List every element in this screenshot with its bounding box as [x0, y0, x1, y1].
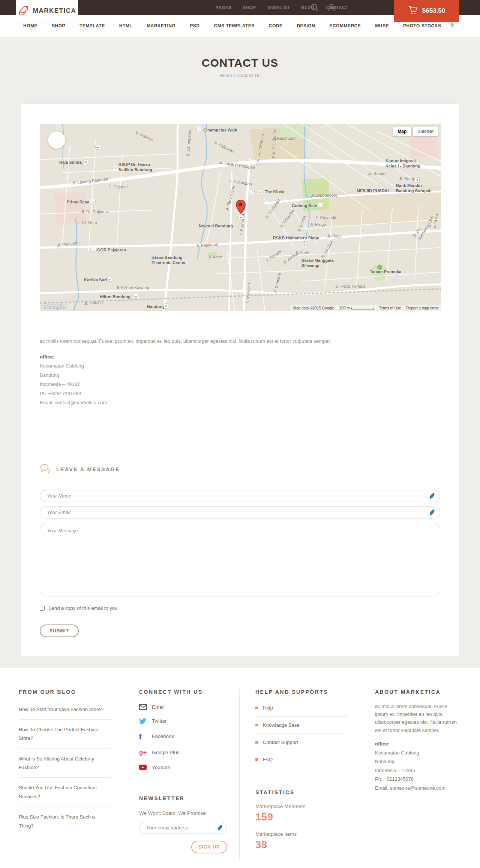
map-label: Jl. Ternate — [264, 249, 283, 264]
google-map[interactable]: Cihampelas WalkJl. HasanudinJl. MakmurJl… — [40, 124, 441, 311]
menu-item[interactable]: TEMPLATE — [80, 23, 105, 28]
connect-column-title: CONNECT WITH US — [139, 689, 228, 695]
menu-item[interactable]: HTML — [119, 23, 132, 28]
map-label: Jl. Ir. H.Djuanda — [271, 130, 278, 159]
menu-item[interactable]: CMS TEMPLATES — [214, 23, 254, 28]
pan-up-icon[interactable] — [55, 134, 58, 138]
menu-item[interactable]: MUSE — [375, 23, 389, 28]
blog-link[interactable]: How To Start Your Own Fashion Store? — [19, 699, 111, 720]
message-textarea[interactable] — [40, 523, 440, 596]
blog-link[interactable]: How To Choose The Perfect Fashion Store? — [19, 720, 111, 749]
menu-item[interactable]: DESIGN — [297, 23, 315, 28]
connect-email-link[interactable]: Email — [139, 700, 228, 714]
menu-item[interactable]: PSD — [190, 23, 200, 28]
send-copy-checkbox[interactable] — [40, 606, 45, 611]
send-copy-label: Send a copy of this email to you — [48, 605, 117, 611]
blog-link[interactable]: What is So Alluring About Celebrity Fash… — [19, 749, 111, 778]
submit-button[interactable]: SUBMIT — [40, 624, 79, 637]
blog-column-title: FROM OUR BLOG — [19, 689, 111, 695]
map-label: Istana Bandung Electronic Center — [152, 255, 186, 266]
breadcrumb-home[interactable]: Home — [219, 73, 232, 78]
map-marker[interactable] — [236, 200, 246, 215]
map-label: Bandung — [147, 304, 165, 309]
help-link[interactable]: Contact Support — [255, 734, 346, 751]
cart-button[interactable]: $653.50 — [394, 0, 459, 22]
map-label: Jl. Merdeka — [245, 283, 252, 305]
google-logo[interactable]: Google — [43, 303, 66, 310]
help-link[interactable]: FAQ — [255, 751, 346, 768]
search-icon[interactable] — [310, 3, 319, 12]
pen-icon — [429, 509, 435, 517]
statistic-label: Marketplace Members — [255, 804, 346, 809]
top-nav-link[interactable]: PAGES — [216, 5, 232, 10]
office-line: Ph. +6212345678 — [375, 775, 461, 783]
scale-bar — [351, 308, 374, 309]
connect-youtube-link[interactable]: ▶ Youtube — [139, 760, 228, 774]
map-label: The Kiosk — [265, 190, 285, 195]
breadcrumb-separator: > — [233, 73, 236, 78]
transit-poi-icon: ≡ — [92, 247, 97, 252]
brand-logo[interactable]: MARKETICA — [16, 0, 78, 22]
map-label: Graha Manggala Siliwangi — [302, 258, 334, 269]
map-label: Jl. Riau — [327, 234, 341, 239]
map-pan-control[interactable] — [48, 131, 65, 149]
map-label: MESJID PUSDAI — [357, 188, 389, 194]
newsletter-email-input[interactable] — [139, 822, 227, 834]
top-nav-link[interactable]: WISHLIST — [267, 5, 290, 10]
pan-left-icon[interactable] — [51, 138, 54, 142]
office-line: Kecamatan Coblong — [375, 749, 461, 757]
pen-icon — [217, 825, 223, 832]
map-label: Kartika Sari — [84, 278, 107, 283]
statistic-value: 159 — [255, 811, 346, 823]
transit-poi-icon: ≡ — [164, 303, 168, 308]
map-label: Jl. Kebon Kawung — [116, 285, 149, 291]
top-nav-link[interactable]: SHOP — [243, 5, 256, 10]
chevron-double-down-icon[interactable]: ≫ — [449, 21, 456, 27]
map-label: Jl. Lombok — [320, 239, 334, 259]
pan-right-icon[interactable] — [59, 138, 63, 142]
pan-down-icon[interactable] — [55, 142, 58, 146]
map-view-button[interactable]: Map — [393, 127, 411, 136]
brand-name: MARKETICA — [33, 7, 76, 15]
help-link[interactable]: Knowladge Base — [255, 717, 346, 734]
send-copy-row: Send a copy of this email to you — [40, 605, 440, 611]
map-label: Jl. Brig Jend Ka — [427, 212, 440, 229]
report-error-link[interactable]: Report a map error — [406, 306, 438, 310]
menu-item[interactable]: SHOP — [52, 23, 65, 28]
menu-item[interactable]: MARKETING — [147, 23, 176, 28]
breadcrumb: Home > Contact Us — [0, 73, 480, 78]
terms-link[interactable]: Terms of Use — [379, 306, 401, 310]
office-line: Kecamatan Coblong — [40, 362, 440, 370]
map-label: Jl. Taman Sari — [225, 185, 236, 212]
name-input[interactable] — [40, 490, 440, 502]
top-header-icons — [310, 0, 335, 15]
page-title: CONTACT US — [0, 57, 480, 69]
contact-form: Send a copy of this email to you SUBMIT — [40, 490, 440, 637]
map-label: RSUP Dr. Hasan Sadikin Bandung — [118, 162, 152, 173]
map-label: Jl. Industri — [84, 300, 103, 306]
connect-facebook-link[interactable]: f Facebook — [139, 728, 228, 745]
map-label: Jl. Ambon — [282, 251, 300, 265]
menu-item[interactable]: ECOMMERCE — [329, 23, 361, 28]
signup-button[interactable]: SIGN UP — [191, 841, 227, 853]
menu-item[interactable]: HOME — [23, 23, 38, 28]
connect-googleplus-link[interactable]: g+ Google Plus — [139, 745, 228, 760]
hospital-poi-icon: H — [302, 242, 306, 247]
map-label: Jl. Pajajaran — [196, 242, 219, 249]
help-link[interactable]: Help — [255, 699, 346, 717]
map-data-credit: Map data ©2015 Google — [293, 306, 334, 310]
map-scale: 200 m — [339, 306, 374, 310]
map-attribution: Map data ©2015 Google 200 m Terms of Use… — [290, 305, 441, 311]
blog-link[interactable]: Should You Use Fashion Consultant Servic… — [19, 778, 111, 807]
blog-link[interactable]: Plus Size Fashion: Is There Such a Thing… — [19, 807, 111, 836]
footer-blog-column: FROM OUR BLOG How To Start Your Own Fash… — [0, 689, 122, 859]
satellite-view-button[interactable]: Satellite — [413, 127, 438, 136]
menu-item[interactable]: PHOTO STOCKS — [403, 23, 441, 28]
email-input[interactable] — [40, 506, 440, 518]
connect-twitter-link[interactable]: Twitter — [139, 714, 228, 728]
shop-poi-icon: ● — [196, 127, 201, 132]
map-labels-layer: Cihampelas WalkJl. HasanudinJl. MakmurJl… — [40, 124, 441, 311]
user-icon[interactable] — [328, 3, 335, 12]
menu-item[interactable]: CODE — [269, 23, 283, 28]
map-label: GOR Pajajaran — [97, 248, 126, 253]
